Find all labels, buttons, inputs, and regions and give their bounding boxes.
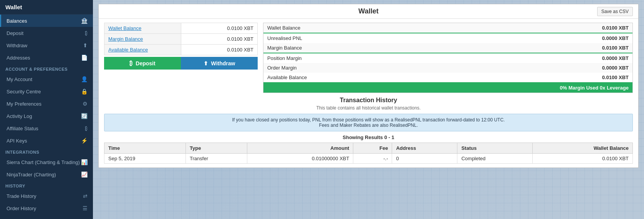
transfer-icon: ⇄ [83,193,88,199]
sidebar-item-balances-label: Balances [7,18,27,24]
margin-balance-label[interactable]: Margin Balance [104,34,181,45]
table-row: Position Margin 0.0000 XBT [263,53,632,63]
trans-wallet-balance: 0.0100 XBT [532,154,632,164]
trans-fee: -.- [353,154,392,164]
sidebar-item-my-account-label: My Account [7,76,32,82]
sidebar-item-ninjatrader[interactable]: NinjaTrader (Charting) 📈 [0,168,93,181]
table-row: Margin Balance 0.0100 XBT [104,34,258,45]
detail-margin-balance-value: 0.0100 XBT [477,43,632,53]
sidebar: Wallet Balances 🏦 Deposit ₿ Withdraw ⬆ A… [0,0,93,219]
sidebar-item-withdraw-label: Withdraw [7,43,27,48]
sidebar-item-order-label: Order History [7,206,36,211]
withdraw-button[interactable]: ⬆ Withdraw [181,57,258,70]
col-amount: Amount [247,143,353,154]
available-balance-value: 0.0100 XBT [181,45,258,55]
sidebar-title: Wallet [5,4,22,10]
wallet-balance-label[interactable]: Wallet Balance [104,23,181,34]
col-address: Address [392,143,457,154]
gear-icon: ⚙ [83,101,88,107]
margin-used-row: 0% Margin Used 0x Leverage [263,83,632,93]
list-icon: ☰ [83,205,88,211]
sidebar-item-security-centre[interactable]: Security Centre 🔒 [0,85,93,98]
wallet-balance-value: 0.0100 XBT [181,23,258,34]
sidebar-item-order-history[interactable]: Order History ☰ [0,202,93,214]
deposit-button[interactable]: ₿ Deposit [104,57,181,70]
transaction-title: Transaction History [104,97,633,104]
sidebar-item-my-account[interactable]: My Account 👤 [0,73,93,85]
save-csv-button[interactable]: Save as CSV [597,7,633,16]
margin-used-label: 0% Margin Used 0x Leverage [263,83,632,93]
detail-wallet-balance-value: 0.0100 XBT [477,23,632,33]
table-row: Sep 5, 2019 Transfer 0.01000000 XBT -.- … [104,154,633,164]
trans-time: Sep 5, 2019 [104,154,186,164]
section-header-account: Account & Preferences [0,64,93,73]
detail-position-margin-label: Position Margin [263,53,477,63]
balance-detail-table: Wallet Balance 0.0100 XBT Unrealised PNL… [263,23,632,93]
withdraw-label: Withdraw [211,60,235,66]
col-time: Time [104,143,186,154]
info-message: If you have closed any positions today, … [232,117,505,128]
lightning-icon: ⚡ [81,138,88,144]
sidebar-item-balances[interactable]: Balances 🏦 [0,15,93,27]
available-balance-label[interactable]: Available Balance [104,45,181,55]
sidebar-item-addresses[interactable]: Addresses 📄 [0,51,93,64]
chart-bar-icon: 📊 [81,159,88,165]
col-fee: Fee [353,143,392,154]
detail-margin-balance-label: Margin Balance [263,43,477,53]
detail-order-margin-value: 0.0000 XBT [477,63,632,73]
table-row: Wallet Balance 0.0100 XBT [263,23,632,33]
col-wallet-balance: Wallet Balance [532,143,632,154]
wallet-panel: Wallet Save as CSV Wallet Balance 0.0100… [98,4,639,168]
user-icon: 👤 [81,76,88,82]
section-header-history: History [0,181,93,190]
sidebar-item-sierra-chart[interactable]: Sierra Chart (Charting & Trading) 📊 [0,156,93,168]
sidebar-item-affiliate-label: Affiliate Status [7,126,38,131]
sidebar-item-security-label: Security Centre [7,89,41,95]
sidebar-item-trade-history[interactable]: Trade History ⇄ [0,190,93,202]
sidebar-item-preferences[interactable]: My Preferences ⚙ [0,98,93,110]
deposit-withdraw-row: ₿ Deposit ⬆ Withdraw [104,57,258,70]
sidebar-item-addresses-label: Addresses [7,55,30,61]
table-row: Wallet Balance 0.0100 XBT [104,23,258,34]
info-box: If you have closed any positions today, … [104,114,633,131]
sidebar-item-deposit[interactable]: Deposit ₿ [0,27,93,39]
sidebar-item-ninja-label: NinjaTrader (Charting) [7,172,56,178]
bank-icon: 🏦 [81,18,88,24]
sidebar-header: Wallet [0,0,93,15]
table-row: Order Margin 0.0000 XBT [263,63,632,73]
sidebar-item-activity-label: Activity Log [7,113,32,119]
sidebar-item-withdraw[interactable]: Withdraw ⬆ [0,39,93,51]
sidebar-item-preferences-label: My Preferences [7,101,41,107]
sidebar-item-affiliate-status[interactable]: Affiliate Status ₿ [0,122,93,134]
balance-left-table: Wallet Balance 0.0100 XBT Margin Balance… [104,23,258,55]
detail-position-margin-value: 0.0000 XBT [477,53,632,63]
col-status: Status [457,143,532,154]
chart-line-icon: 📈 [81,171,88,178]
detail-wallet-balance-label: Wallet Balance [263,23,477,33]
sidebar-item-api-keys[interactable]: API Keys ⚡ [0,134,93,147]
balance-section: Wallet Balance 0.0100 XBT Margin Balance… [99,19,638,97]
detail-available-balance-label: Available Balance [263,73,477,83]
balance-left: Wallet Balance 0.0100 XBT Margin Balance… [104,23,258,93]
transaction-table: Time Type Amount Fee Address Status Wall… [104,143,633,164]
table-row: Unrealised PNL 0.0000 XBT [263,33,632,43]
detail-unrealised-pnl-label: Unrealised PNL [263,33,477,43]
panel-header: Wallet Save as CSV [99,4,638,19]
history-icon: 🔄 [81,113,88,119]
upload-icon: ⬆ [83,42,88,48]
trans-address: 0 [392,154,457,164]
document-icon: 📄 [81,55,88,61]
sidebar-item-trade-label: Trade History [7,193,36,199]
deposit-label: Deposit [136,60,155,66]
lock-icon: 🔒 [81,88,88,95]
table-row: Available Balance 0.0100 XBT [263,73,632,83]
upload-withdraw-icon: ⬆ [204,60,208,66]
bitcoin-affiliate-icon: ₿ [85,125,88,131]
transaction-section: Transaction History This table contains … [99,97,638,168]
balance-right: Wallet Balance 0.0100 XBT Unrealised PNL… [263,23,633,93]
transaction-subtitle: This table contains all historical walle… [104,105,633,111]
sidebar-item-activity-log[interactable]: Activity Log 🔄 [0,110,93,122]
table-header-row: Time Type Amount Fee Address Status Wall… [104,143,633,154]
trans-type: Transfer [186,154,247,164]
sidebar-item-deposit-label: Deposit [7,30,23,36]
